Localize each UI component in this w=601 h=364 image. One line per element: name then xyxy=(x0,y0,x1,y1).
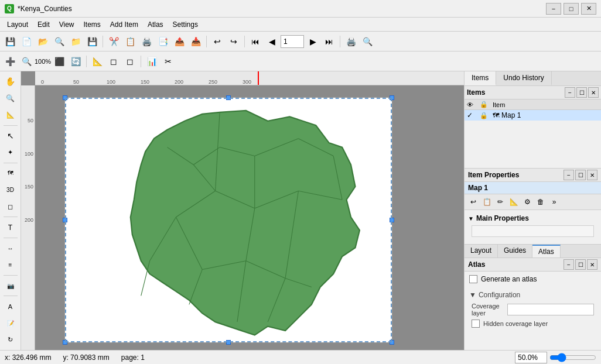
cut2-button[interactable]: ✂ xyxy=(161,54,176,69)
add-html-tool[interactable]: 📝 xyxy=(2,315,19,331)
atlas-collapse-button[interactable]: − xyxy=(564,259,574,270)
menu-items[interactable]: Items xyxy=(79,19,105,30)
hidden-coverage-checkbox[interactable] xyxy=(472,320,480,328)
ip-settings-button[interactable]: ⚙ xyxy=(521,195,534,208)
items-row-map1[interactable]: ✓ 🔒 🗺 Map 1 xyxy=(465,110,601,121)
zoom-tool[interactable]: 🔍 xyxy=(2,91,19,107)
zoom-in-button[interactable]: ➕ xyxy=(2,54,18,69)
menu-atlas[interactable]: Atlas xyxy=(143,19,168,30)
maximize-button[interactable]: □ xyxy=(564,3,579,15)
prop-input-scale[interactable] xyxy=(472,225,594,237)
new-button[interactable]: 📄 xyxy=(19,34,34,49)
page-handle-mr[interactable] xyxy=(390,218,394,222)
cut-button[interactable]: ✂️ xyxy=(106,34,121,49)
add-3d-tool[interactable]: 3D xyxy=(2,182,19,198)
add-text-tool[interactable]: A xyxy=(2,298,19,314)
close-button[interactable]: ✕ xyxy=(581,3,596,15)
atlas-close-button[interactable]: ✕ xyxy=(587,259,597,270)
page-input[interactable]: 1 xyxy=(281,35,304,48)
print-pdf-button[interactable]: 📑 xyxy=(155,34,170,49)
items-close-button[interactable]: ✕ xyxy=(588,87,599,98)
redo-button[interactable]: ↪ xyxy=(226,34,241,49)
add-label-tool[interactable]: T xyxy=(2,219,19,235)
pan-button[interactable]: ◻ xyxy=(106,54,121,69)
add-shape-tool[interactable]: ◻ xyxy=(2,199,19,215)
add-image-tool[interactable]: 📷 xyxy=(2,278,19,294)
ip-position-button[interactable]: 📐 xyxy=(507,195,520,208)
print-button[interactable]: 🖨️ xyxy=(139,34,154,49)
ip-more-button[interactable]: » xyxy=(548,195,561,208)
zoom-out-button[interactable]: 🔍 xyxy=(19,54,34,69)
select-tool[interactable]: ↖ xyxy=(2,128,19,144)
zoom-slider-control[interactable] xyxy=(549,353,596,362)
coverage-layer-input[interactable] xyxy=(507,304,594,315)
hand-tool[interactable]: ✋ xyxy=(2,74,19,90)
duplicate-button[interactable]: 🔍 xyxy=(52,34,67,49)
first-page-button[interactable]: ⏮ xyxy=(248,34,263,49)
ip-refresh-button[interactable]: ↩ xyxy=(467,195,480,208)
zoom-fit-button[interactable]: ⬛ xyxy=(52,54,67,69)
atlas-float-button[interactable]: ☐ xyxy=(575,259,586,270)
open-button[interactable]: 📂 xyxy=(35,34,50,49)
item-props-float[interactable]: ☐ xyxy=(575,170,586,180)
atlas-button[interactable]: 🔍 xyxy=(360,34,375,49)
menu-layout[interactable]: Layout xyxy=(2,19,33,30)
refresh-button[interactable]: 🔄 xyxy=(68,54,83,69)
add-map-tool[interactable]: 🗺 xyxy=(2,166,19,181)
page-handle-tc[interactable] xyxy=(226,95,231,100)
prev-page-button[interactable]: ◀ xyxy=(264,34,279,49)
items-float-button[interactable]: ☐ xyxy=(576,87,587,98)
page-handle-bl[interactable] xyxy=(63,340,67,345)
page-handle-bc[interactable] xyxy=(226,340,231,345)
last-page-button[interactable]: ⏭ xyxy=(322,34,337,49)
save-button[interactable]: 💾 xyxy=(2,34,18,49)
measure-tool[interactable]: 📐 xyxy=(2,107,19,123)
undo-button[interactable]: ↩ xyxy=(210,34,225,49)
page-handle-ml[interactable] xyxy=(63,218,67,222)
shape-button[interactable]: ◻ xyxy=(122,54,138,69)
tab-undo-history[interactable]: Undo History xyxy=(496,71,551,85)
page-handle-br[interactable] xyxy=(390,340,394,345)
next-page-button[interactable]: ▶ xyxy=(305,34,320,49)
ip-copy-button[interactable]: 📋 xyxy=(480,195,493,208)
export-img-button[interactable]: 📤 xyxy=(172,34,187,49)
tab-layout[interactable]: Layout xyxy=(465,245,498,257)
folder-button[interactable]: 📁 xyxy=(68,34,83,49)
node-tool[interactable]: ✦ xyxy=(2,145,19,160)
menu-add-item[interactable]: Add Item xyxy=(105,19,143,30)
menubar: Layout Edit View Items Add Item Atlas Se… xyxy=(0,18,601,32)
generate-atlas-checkbox[interactable] xyxy=(469,275,477,283)
tab-guides[interactable]: Guides xyxy=(498,245,532,257)
copy-button[interactable]: 📋 xyxy=(122,34,138,49)
save-as-button[interactable]: 💾 xyxy=(84,34,100,49)
atlas-config-header[interactable]: ▼ Configuration xyxy=(465,289,601,301)
tab-items[interactable]: Items xyxy=(465,71,496,85)
chart-button[interactable]: 📊 xyxy=(144,54,159,69)
minimize-button[interactable]: − xyxy=(546,3,561,15)
item-props-collapse[interactable]: − xyxy=(564,170,574,180)
y-coord: y: 70.9083 mm xyxy=(63,353,109,362)
select-button[interactable]: 📐 xyxy=(90,54,105,69)
window-controls: − □ ✕ xyxy=(546,3,596,15)
print-all-button[interactable]: 🖨️ xyxy=(343,34,358,49)
zoom-value-input[interactable] xyxy=(515,352,547,363)
ip-delete-button[interactable]: 🗑 xyxy=(534,195,547,208)
menu-settings[interactable]: Settings xyxy=(168,19,203,30)
menu-view[interactable]: View xyxy=(54,19,79,30)
main-props-header[interactable]: ▼ Main Properties xyxy=(465,212,601,224)
add-scalebar-tool[interactable]: ↔ xyxy=(2,241,19,256)
zoom-full-button[interactable]: 100% xyxy=(35,54,50,69)
add-legend-tool[interactable]: ≡ xyxy=(2,257,19,273)
item-visible-check[interactable]: ✓ xyxy=(467,111,477,119)
item-lock-icon[interactable]: 🔒 xyxy=(480,112,490,119)
ip-edit-button[interactable]: ✏ xyxy=(494,195,507,208)
tab-atlas[interactable]: Atlas xyxy=(532,245,561,257)
export-svg-button[interactable]: 📥 xyxy=(188,34,203,49)
item-props-close[interactable]: ✕ xyxy=(587,170,597,180)
item-props-toolbar: ↩ 📋 ✏ 📐 ⚙ 🗑 » xyxy=(465,194,601,210)
items-collapse-button[interactable]: − xyxy=(565,87,575,98)
menu-edit[interactable]: Edit xyxy=(33,19,54,30)
page-handle-tl[interactable] xyxy=(63,95,67,100)
page-handle-tr[interactable] xyxy=(390,95,394,100)
rotate-tool[interactable]: ↻ xyxy=(2,332,19,348)
